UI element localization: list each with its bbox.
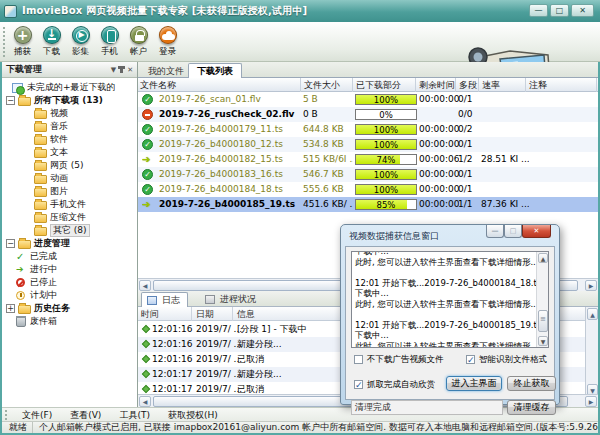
table-row[interactable]: 2019-7-26_scan_01.flv 5 B 100% 00:00:00 …	[138, 92, 598, 107]
scroll-thumb[interactable]	[538, 310, 548, 332]
progress-bar: 85%	[355, 199, 417, 210]
clock-icon	[16, 291, 25, 300]
dialog-maximize-icon[interactable]: □	[504, 225, 522, 238]
scroll-up-icon[interactable]: ▲	[538, 253, 548, 263]
segments: 1/1	[458, 197, 482, 212]
phone-button[interactable]: 手机	[95, 23, 124, 58]
log-vscrollbar[interactable]: ▲ ▼	[585, 307, 598, 397]
tree-item-recent[interactable]: 未完成的+最近下载的	[2, 81, 137, 94]
dialog-log-output[interactable]: 下载中... 此时, 您可以进入软件主界面查看下载详细情形... 12:01 开…	[351, 251, 549, 348]
minimize-icon[interactable]: —	[529, 4, 548, 17]
col-speed[interactable]: 速率	[480, 78, 526, 92]
tree-item-stopped[interactable]: 已停止	[2, 276, 137, 289]
tree-item-archives[interactable]: 压缩文件	[2, 211, 137, 224]
col-date[interactable]: 日期	[193, 307, 233, 321]
checkbox-auto-view[interactable]	[354, 380, 363, 389]
tree-item-in-progress[interactable]: ➔ 进行中	[2, 263, 137, 276]
speed	[481, 167, 529, 182]
enter-main-ui-button[interactable]: 进入主界面	[446, 376, 502, 391]
scroll-right-icon[interactable]: ▶	[585, 280, 597, 291]
file-name: 2019-7-26_scan_01.flv	[159, 92, 261, 107]
collapse-icon[interactable]: −	[6, 96, 15, 105]
status-ready: 就绪	[2, 421, 32, 433]
tree-item-completed[interactable]: ✓ 已完成	[2, 250, 137, 263]
menubar-grip[interactable]	[5, 410, 7, 420]
tab-download-list[interactable]: 下载列表	[188, 63, 242, 79]
menu-view[interactable]: 查看(V)	[61, 408, 110, 422]
table-row[interactable]: 2019-7-26_b4000180_12.ts 534.8 KB 100% 0…	[138, 137, 598, 152]
tab-log[interactable]: 日志	[141, 292, 188, 307]
tree-item-text[interactable]: 文本	[2, 146, 137, 159]
file-name: 2019-7-26_b4000179_11.ts	[159, 122, 283, 137]
clear-cache-button[interactable]: 清理缓存	[507, 400, 556, 415]
col-remaining[interactable]: 剩余时间	[417, 78, 456, 92]
tree-item-other[interactable]: 其它 (8)	[2, 224, 137, 237]
account-button[interactable]: 帐户	[124, 23, 153, 58]
dialog-close-icon[interactable]: ✕	[522, 225, 551, 238]
col-file-size[interactable]: 文件大小	[302, 78, 353, 92]
dialog-vscrollbar[interactable]: ▲ ▼	[536, 252, 548, 347]
tree-item-phone-files[interactable]: 手机文件	[2, 198, 137, 211]
col-file-name[interactable]: 文件名称	[138, 78, 301, 92]
scroll-left-icon[interactable]: ◀	[139, 396, 151, 407]
segments: 0/1	[458, 167, 482, 182]
checkbox-smart-format[interactable]	[466, 355, 475, 364]
tab-my-files[interactable]: 我的文件	[140, 64, 192, 78]
pin-icon[interactable]	[120, 66, 123, 73]
menu-license[interactable]: 获取授权(H)	[159, 408, 227, 422]
close-icon[interactable]: ✕	[571, 4, 594, 17]
col-time[interactable]: 时间	[138, 307, 192, 321]
cloud-icon	[159, 26, 177, 44]
col-segments[interactable]: 多段	[457, 78, 479, 92]
scroll-up-icon[interactable]: ▲	[587, 308, 598, 320]
tree-item-video[interactable]: 视频	[2, 107, 137, 120]
panel-close-icon[interactable]: ✕	[127, 66, 133, 74]
tree-item-all-downloads[interactable]: − 所有下载项 (13)	[2, 94, 137, 107]
col-note[interactable]: 注释	[527, 78, 597, 92]
menu-file[interactable]: 文件(F)	[13, 408, 61, 422]
tree-item-history[interactable]: + 历史任务	[2, 302, 137, 315]
remaining-time: 00:00:00	[419, 122, 459, 137]
table-header: 文件名称 文件大小 已下载部分 剩余时间 多段 速率 注释	[138, 78, 598, 92]
tree-item-progress-manage[interactable]: − 进度管理	[2, 237, 137, 250]
scroll-right-icon[interactable]: ▶	[585, 396, 597, 407]
table-row[interactable]: 2019-7-26_b4000183_16.ts 546.7 KB 100% 0…	[138, 167, 598, 182]
collapse-icon[interactable]: −	[6, 239, 15, 248]
checkbox-no-ad-videos[interactable]	[354, 355, 363, 364]
maximize-icon[interactable]: □	[550, 4, 569, 17]
tree-item-image[interactable]: 图片	[2, 185, 137, 198]
tree-item-trash[interactable]: 废件箱	[2, 315, 137, 328]
scroll-down-icon[interactable]: ▼	[538, 336, 548, 346]
scroll-left-icon[interactable]: ◀	[139, 280, 151, 291]
tree-item-music[interactable]: 音乐	[2, 120, 137, 133]
table-row-selected[interactable]: 2019-7-26_b4000185_19.ts 451.6 KB/ ... 8…	[138, 197, 598, 212]
expand-icon[interactable]: +	[6, 304, 15, 313]
segments: 1/2	[458, 152, 482, 167]
table-row[interactable]: 2019-7-26_b4000184_18.ts 555.6 KB 100% 0…	[138, 182, 598, 197]
login-button[interactable]: 登录	[153, 23, 182, 58]
download-button[interactable]: 下载	[37, 23, 66, 58]
folder-icon	[18, 305, 31, 314]
tree-item-software[interactable]: 软件	[2, 133, 137, 146]
folder-icon	[18, 240, 31, 249]
dialog-body: 下载中... 此时, 您可以进入软件主界面查看下载详细情形... 12:01 开…	[345, 246, 555, 400]
menu-tools[interactable]: 工具(T)	[110, 408, 159, 422]
tab-process-status[interactable]: 进程状况	[200, 292, 263, 307]
speed	[481, 92, 529, 107]
title-bar: ImovieBox 网页视频批量下载专家 [未获得正版授权,试用中] — □ ✕	[0, 0, 600, 22]
segments: 0/1	[458, 137, 482, 152]
tree-item-scheduled[interactable]: 计划中	[2, 289, 137, 302]
col-downloaded[interactable]: 已下载部分	[354, 78, 416, 92]
tree-item-animation[interactable]: 动画	[2, 172, 137, 185]
album-button[interactable]: 影集	[66, 23, 95, 58]
table-row[interactable]: 2019-7-26_b4000182_15.ts 515 KB/6I ... 7…	[138, 152, 598, 167]
dialog-minimize-icon[interactable]: —	[486, 225, 504, 238]
capture-button[interactable]: 捕获	[8, 23, 37, 58]
lock-icon	[130, 26, 148, 44]
chevron-down-icon[interactable]: ▼	[111, 66, 116, 74]
stop-capture-button[interactable]: 终止获取	[507, 376, 556, 391]
tree-item-webpage[interactable]: 网页 (5)	[2, 159, 137, 172]
table-row[interactable]: 2019-7-26_b4000179_11.ts 644.8 KB 100% 0…	[138, 122, 598, 137]
toolbar-grip[interactable]	[3, 27, 5, 57]
table-row[interactable]: 2019-7-26_rusCheck_02.flv 0 B 0% 0/0	[138, 107, 598, 122]
